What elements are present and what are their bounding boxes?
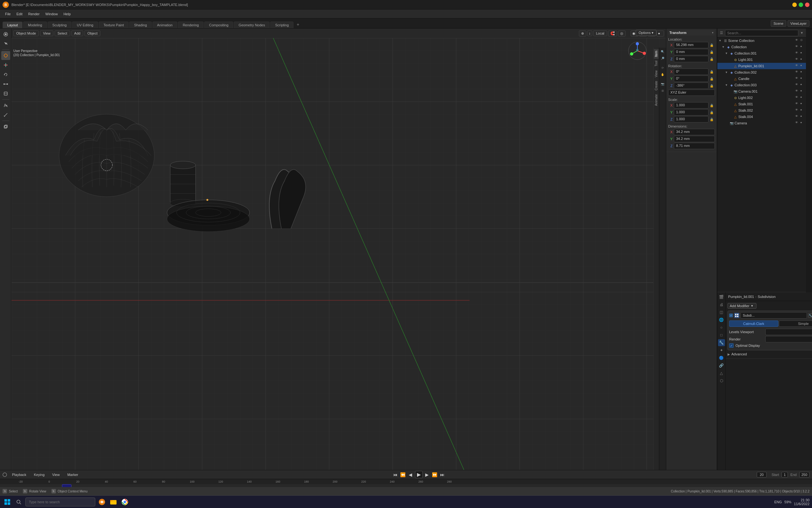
view-mode-btn[interactable]: Object Mode: [13, 31, 39, 36]
location-y-input[interactable]: 0 mm: [674, 49, 708, 55]
tl-jump-end[interactable]: ⏭: [439, 472, 446, 477]
light001-eye-btn[interactable]: 👁: [795, 57, 800, 62]
col003-render-btn[interactable]: ●: [800, 83, 805, 87]
scale-x-input[interactable]: 1.000: [674, 102, 708, 109]
sidebar-tab-create[interactable]: Create: [654, 79, 659, 92]
mod-realtime-btn[interactable]: ✓: [729, 313, 733, 317]
cam001-render-btn[interactable]: ●: [800, 89, 805, 94]
collection-render-btn[interactable]: ●: [800, 45, 805, 49]
orientation-widget[interactable]: [628, 41, 647, 60]
outliner-light002[interactable]: ▶ ⊙ Light.002 👁 ●: [718, 94, 806, 101]
props-render-btn[interactable]: 🎬: [718, 294, 725, 300]
tab-modeling[interactable]: Modeling: [23, 22, 47, 28]
outliner-stalk001[interactable]: ▶ △ Stalk.001 👁 ●: [718, 101, 806, 107]
chrome-btn[interactable]: [120, 497, 129, 507]
props-material-btn[interactable]: ⬡: [718, 377, 725, 384]
maximize-btn[interactable]: [799, 3, 803, 7]
props-data-btn[interactable]: △: [718, 370, 725, 377]
candle-render-btn[interactable]: ●: [800, 77, 805, 81]
taskbar-search-input[interactable]: [26, 498, 95, 506]
pumpkinlid-render-btn[interactable]: ●: [800, 64, 805, 68]
rotation-z-input[interactable]: -386°: [674, 83, 708, 89]
outliner-collection002[interactable]: ▼ ◈ Collection.002 👁 ●: [718, 69, 806, 76]
scale-y-lock[interactable]: 🔒: [710, 111, 715, 114]
scene-collection-eye-btn[interactable]: 👁: [795, 38, 800, 43]
outliner-scene-collection[interactable]: ▼ ☰ Scene Collection 👁 ⊙: [718, 37, 806, 44]
outliner-stalk002[interactable]: ▶ △ Stalk.002 👁 ●: [718, 107, 806, 114]
orbit-btn[interactable]: ⟳: [660, 65, 666, 71]
levels-viewport-value[interactable]: 3: [765, 329, 812, 335]
rotation-y-input[interactable]: 0°: [674, 76, 708, 82]
options-btn[interactable]: Options ▾: [636, 30, 656, 36]
simple-btn[interactable]: Simple: [779, 321, 812, 327]
add-cube-btn[interactable]: [1, 122, 10, 131]
transform-btn[interactable]: [1, 89, 10, 98]
tl-next-frame[interactable]: ▶: [424, 472, 430, 477]
dim-z-input[interactable]: 8.71 mm: [674, 143, 715, 149]
sidebar-tab-item[interactable]: Item: [654, 49, 659, 59]
camera-eye-btn[interactable]: 👁: [795, 121, 800, 125]
add-modifier-dropdown[interactable]: Add Modifier ▼: [728, 303, 757, 309]
scale-btn[interactable]: [1, 80, 10, 88]
rotate-btn[interactable]: [1, 70, 10, 79]
col001-eye-btn[interactable]: 👁: [795, 51, 800, 55]
col003-eye-btn[interactable]: 👁: [795, 83, 800, 87]
playback-menu-btn[interactable]: Playback: [9, 472, 29, 477]
tl-jump-start[interactable]: ⏮: [392, 472, 398, 477]
optimal-display-checkbox[interactable]: ✓: [729, 343, 734, 348]
annotate-btn[interactable]: [1, 101, 10, 110]
menu-window[interactable]: Window: [43, 11, 60, 16]
light002-sel-btn[interactable]: ●: [800, 95, 805, 100]
pumpkinlid-eye-btn[interactable]: 👁: [795, 64, 800, 68]
tab-geometry-nodes[interactable]: Geometry Nodes: [234, 22, 270, 28]
tab-uv-editing[interactable]: UV Editing: [72, 22, 98, 28]
col002-eye-btn[interactable]: 👁: [795, 70, 800, 75]
select-btn[interactable]: [1, 39, 10, 48]
viewport-transform-btn[interactable]: ↕: [587, 31, 592, 36]
start-btn[interactable]: [3, 497, 12, 507]
blender-taskbar-icon[interactable]: [97, 497, 107, 507]
measure-btn[interactable]: [1, 111, 10, 119]
tab-shading[interactable]: Shading: [129, 22, 152, 28]
stalk004-render-btn[interactable]: ●: [800, 115, 805, 119]
timeline-view-btn[interactable]: View: [49, 472, 62, 477]
viewport-add-btn[interactable]: Add: [72, 31, 83, 36]
outliner-camera001[interactable]: ▶ 📷 Camera.001 👁 ●: [718, 88, 806, 94]
dim-y-input[interactable]: 34.2 mm: [674, 136, 715, 142]
location-z-input[interactable]: 0 mm: [674, 56, 708, 62]
light002-eye-btn[interactable]: 👁: [795, 95, 800, 100]
scene-collection-sel-btn[interactable]: ⊙: [800, 38, 805, 43]
menu-file[interactable]: File: [3, 11, 13, 16]
keying-menu-btn[interactable]: Keying: [32, 472, 47, 477]
tl-prev-key[interactable]: ⏪: [400, 472, 406, 477]
collection-eye-btn[interactable]: 👁: [795, 45, 800, 49]
catmull-clark-btn[interactable]: Catmull-Clark: [729, 321, 778, 327]
outliner-collection003[interactable]: ▼ ◈ Collection.003 👁 ●: [718, 82, 806, 88]
minimize-btn[interactable]: [792, 3, 797, 7]
outliner-stalk004[interactable]: ▶ △ Stalk.004 👁 ●: [718, 114, 806, 120]
props-particles-btn[interactable]: ✦: [718, 347, 725, 354]
location-z-lock[interactable]: 🔒: [710, 57, 715, 61]
stalk001-eye-btn[interactable]: 👁: [795, 102, 800, 106]
light001-render-btn[interactable]: ●: [800, 57, 805, 62]
props-world-btn[interactable]: ○: [718, 324, 725, 331]
file-explorer-btn[interactable]: [109, 497, 118, 507]
tab-animation[interactable]: Animation: [152, 22, 178, 28]
viewport-local-btn[interactable]: Local: [593, 31, 607, 36]
tl-play[interactable]: ▶: [415, 471, 423, 478]
mode-selector-btn[interactable]: [1, 30, 10, 39]
viewport-shading-render-btn[interactable]: ●: [656, 31, 664, 37]
props-modifier-btn[interactable]: 🔧: [718, 339, 725, 346]
outliner-search-input[interactable]: [725, 30, 798, 36]
breadcrumb-modifier[interactable]: Subdivision: [758, 295, 775, 299]
viewport-view-btn[interactable]: View: [40, 31, 53, 36]
tl-prev-frame[interactable]: ◀: [408, 472, 414, 477]
add-workspace-btn[interactable]: +: [294, 20, 302, 28]
cursor-btn[interactable]: [1, 51, 10, 60]
location-x-input[interactable]: 56.298 mm: [674, 42, 708, 48]
outliner-light001[interactable]: ▶ ⊙ Light.001 👁 ●: [718, 56, 806, 63]
props-view-layer-btn[interactable]: ◫: [718, 309, 725, 316]
move-btn[interactable]: [1, 60, 10, 70]
location-y-lock[interactable]: 🔒: [710, 50, 715, 54]
tab-rendering[interactable]: Rendering: [178, 22, 203, 28]
